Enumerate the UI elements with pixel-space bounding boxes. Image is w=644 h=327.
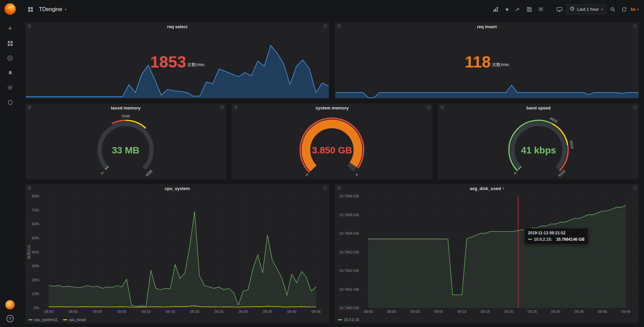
sidebar-item-alerting[interactable] <box>4 68 16 78</box>
tv-mode-button[interactable] <box>554 5 565 14</box>
svg-text:09:15: 09:15 <box>481 310 490 314</box>
chevron-down-icon: ▾ <box>637 8 639 11</box>
panel-title-text: req insert <box>477 24 497 29</box>
panel-header: i band speed <box>438 103 639 112</box>
svg-text:4: 4 <box>355 173 359 177</box>
panel-info-icon[interactable]: i <box>440 105 444 109</box>
legend-item-cpu-system11[interactable]: cpu_system11 <box>29 318 58 322</box>
dashboard-title: TDengine <box>39 6 62 12</box>
grafana-logo-icon[interactable] <box>4 3 16 15</box>
req-insert-sparkline[interactable] <box>335 43 639 98</box>
graph-legend: cpu_system11 cpu_taosd <box>29 318 86 322</box>
refresh-interval-label: 5s <box>631 7 635 12</box>
svg-text:10.7660 GB: 10.7660 GB <box>339 306 359 310</box>
dashboards-grid-icon <box>7 41 13 46</box>
legend-item-10-0-2-15[interactable]: 10.0.2.15 <box>338 318 359 322</box>
panel-band-speed: i band speed 049166554819241 kbps <box>438 103 639 180</box>
help-button[interactable]: ? <box>6 315 14 322</box>
top-navbar: TDengine ▾ ★ <box>20 0 644 18</box>
svg-text:09:30: 09:30 <box>551 310 560 314</box>
star-button[interactable]: ★ <box>502 5 512 13</box>
svg-text:40%: 40% <box>32 250 39 254</box>
sidebar-item-configuration[interactable] <box>4 83 16 93</box>
svg-text:3.850 GB: 3.850 GB <box>312 145 352 155</box>
svg-text:0: 0 <box>513 171 517 175</box>
system-memory-gauge: 043.850 GB <box>231 112 432 177</box>
panel-title-avg-disk-used[interactable]: avg_disk_used ▾ <box>470 186 504 191</box>
panel-title-taosd-memory[interactable]: taosd memory <box>111 105 141 110</box>
magnifier-minus-icon <box>610 7 615 12</box>
add-panel-button[interactable] <box>491 5 501 14</box>
user-avatar[interactable] <box>5 300 15 310</box>
refresh-interval-button[interactable]: 5s ▾ <box>631 7 639 12</box>
chevron-down-icon: ▾ <box>502 187 504 190</box>
panel-header: i avg_disk_used ▾ <box>335 184 639 193</box>
panel-title-cpu-system[interactable]: cpu_system <box>165 186 190 191</box>
panel-info-icon[interactable]: i <box>27 105 32 109</box>
panel-taosd-memory: i taosd memory 02048409633 MB <box>25 103 226 180</box>
panel-info-icon[interactable]: i <box>337 24 341 28</box>
svg-text:09:05: 09:05 <box>117 310 126 314</box>
dashboard-title-button[interactable]: TDengine ▾ <box>39 6 66 12</box>
panel-title-band-speed[interactable]: band speed <box>526 105 550 110</box>
share-icon <box>515 7 521 12</box>
sidebar-item-explore[interactable] <box>4 53 16 63</box>
svg-text:2048: 2048 <box>121 114 129 118</box>
svg-text:09:45: 09:45 <box>312 310 321 314</box>
dashboard-row-2: i taosd memory 02048409633 MB i system m… <box>25 103 639 180</box>
stat-value: 118 <box>465 55 491 69</box>
refresh-button[interactable] <box>619 5 629 14</box>
stat-unit: 次数/min <box>187 62 205 69</box>
panel-info-icon[interactable]: i <box>27 24 32 28</box>
svg-text:09:25: 09:25 <box>214 310 224 314</box>
cpu-system-graph[interactable]: 08:5008:5509:0009:0509:1009:1509:2009:25… <box>26 193 327 315</box>
bell-icon <box>7 70 13 76</box>
panel-title-req-insert[interactable]: req insert <box>477 24 497 29</box>
graph-legend: 10.0.2.15 <box>338 318 359 322</box>
share-button[interactable] <box>513 5 523 14</box>
svg-text:60%: 60% <box>32 222 39 226</box>
clock-icon <box>570 6 575 12</box>
sidebar-item-create[interactable]: + <box>4 24 16 34</box>
dashboard-grid: i req select 1853 次数/min i <box>20 18 644 327</box>
panel-spinner-icon <box>633 24 637 30</box>
svg-text:09:10: 09:10 <box>457 310 467 314</box>
svg-text:10.7665 GB: 10.7665 GB <box>339 213 359 217</box>
svg-text:4096: 4096 <box>145 169 153 177</box>
svg-text:09:05: 09:05 <box>434 310 443 314</box>
zoom-out-button[interactable] <box>608 5 618 14</box>
panel-info-icon[interactable]: i <box>337 186 341 190</box>
svg-text:10.7662 GB: 10.7662 GB <box>339 269 359 273</box>
time-range-picker[interactable]: Last 1 hour ▾ <box>566 4 606 14</box>
req-select-sparkline[interactable] <box>25 43 329 98</box>
svg-text:30%: 30% <box>32 264 39 268</box>
sidebar-item-dashboards[interactable] <box>4 38 16 48</box>
apps-grid-icon-button[interactable] <box>25 5 36 14</box>
panel-header: i req select <box>25 22 329 31</box>
sidebar-bottom: ? <box>5 300 15 322</box>
svg-text:0%: 0% <box>34 306 39 310</box>
sidebar-item-server-admin[interactable] <box>4 97 16 107</box>
panel-spinner-icon <box>323 186 327 192</box>
avg-disk-used-graph[interactable]: 08:5008:5509:0009:0509:1009:1509:2009:25… <box>336 193 637 315</box>
panel-info-icon[interactable]: i <box>233 105 238 109</box>
panel-info-icon[interactable]: i <box>27 186 32 190</box>
svg-text:09:25: 09:25 <box>528 310 537 314</box>
panel-avg-disk-used: i avg_disk_used ▾ 08:5008:5509:0009:0509… <box>334 184 639 324</box>
svg-text:20%: 20% <box>32 278 39 282</box>
svg-text:09:20: 09:20 <box>190 310 199 314</box>
panel-title-req-select[interactable]: req select <box>167 24 187 29</box>
panel-title-system-memory[interactable]: system memory <box>315 105 348 110</box>
save-button[interactable] <box>524 5 534 14</box>
panel-req-select: i req select 1853 次数/min <box>25 22 330 99</box>
gear-icon <box>7 85 13 91</box>
svg-text:09:45: 09:45 <box>621 310 631 314</box>
panel-spinner-icon <box>426 105 431 111</box>
panel-header: i taosd memory <box>25 103 226 112</box>
panel-system-memory: i system memory 043.850 GB <box>231 103 433 180</box>
legend-item-cpu-taosd[interactable]: cpu_taosd <box>63 318 86 322</box>
grafana-app: + <box>0 0 644 327</box>
legend-label: cpu_system11 <box>34 318 58 322</box>
svg-text:09:00: 09:00 <box>93 310 102 314</box>
dashboard-settings-button[interactable] <box>536 5 546 14</box>
